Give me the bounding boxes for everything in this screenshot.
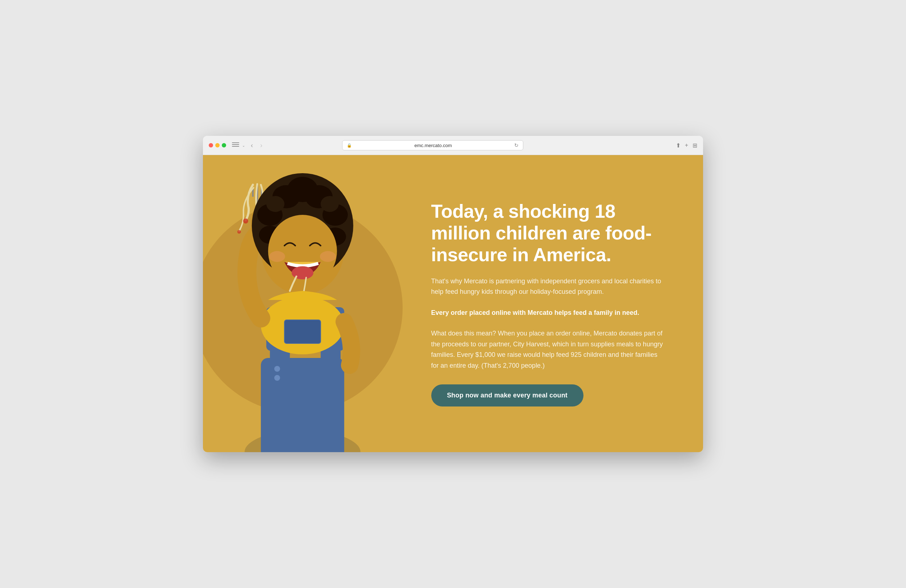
chevron-down-icon: ⌄	[242, 143, 245, 147]
svg-point-13	[238, 230, 241, 234]
svg-point-12	[243, 218, 248, 223]
svg-point-29	[320, 251, 336, 262]
body-paragraph-2: What does this mean? When you place an o…	[431, 328, 663, 371]
svg-point-25	[321, 196, 339, 212]
browser-chrome: ⌄ ‹ › 🔒 emc.mercato.com ↻ ⬆ + ⊞	[203, 136, 703, 155]
child-figure	[203, 155, 413, 452]
bold-paragraph: Every order placed online with Mercato h…	[431, 308, 663, 318]
address-bar[interactable]: 🔒 emc.mercato.com ↻	[342, 140, 523, 150]
svg-rect-30	[284, 320, 321, 343]
svg-rect-1	[261, 358, 344, 452]
url-text: emc.mercato.com	[355, 143, 511, 148]
lock-icon: 🔒	[347, 143, 352, 148]
back-button[interactable]: ‹	[249, 141, 254, 150]
svg-point-28	[269, 251, 285, 262]
main-headline: Today, a shocking 18 million children ar…	[431, 201, 678, 266]
refresh-button[interactable]: ↻	[514, 142, 518, 148]
traffic-lights	[209, 143, 226, 147]
text-section: Today, a shocking 18 million children ar…	[413, 155, 703, 452]
svg-point-21	[287, 177, 318, 202]
browser-window: ⌄ ‹ › 🔒 emc.mercato.com ↻ ⬆ + ⊞	[203, 136, 703, 452]
share-button[interactable]: ⬆	[676, 142, 681, 149]
browser-controls: ⌄	[232, 142, 245, 148]
body-paragraph-1: That's why Mercato is partnering with in…	[431, 276, 663, 298]
minimize-button[interactable]	[215, 143, 220, 147]
svg-point-6	[274, 375, 280, 381]
svg-point-5	[274, 366, 280, 372]
fullscreen-button[interactable]	[222, 143, 226, 147]
shop-now-button[interactable]: Shop now and make every meal count	[431, 384, 584, 406]
page-content: Today, a shocking 18 million children ar…	[203, 155, 703, 452]
new-tab-button[interactable]: +	[685, 142, 688, 149]
sidebar-toggle[interactable]	[232, 142, 239, 148]
svg-point-24	[266, 196, 284, 212]
forward-button[interactable]: ›	[259, 141, 264, 150]
close-button[interactable]	[209, 143, 213, 147]
tabs-button[interactable]: ⊞	[692, 142, 697, 149]
browser-actions: ⬆ + ⊞	[676, 142, 697, 149]
image-section	[203, 155, 413, 452]
